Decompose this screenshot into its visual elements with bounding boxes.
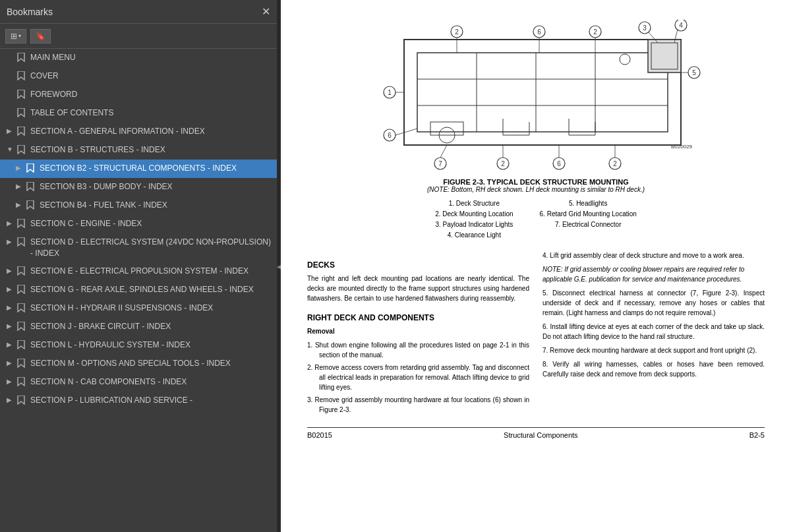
- bookmark-ribbon-icon: [17, 53, 26, 62]
- bookmark-item-section-e[interactable]: ▶ SECTION E - ELECTRICAL PROPULSION SYST…: [0, 262, 277, 281]
- legend-item: 3. Payload Indicator Lights: [435, 220, 513, 230]
- bookmark-text: SECTION B4 - FUEL TANK - INDEX: [40, 200, 272, 211]
- expand-arrow[interactable]: ▶: [7, 284, 16, 294]
- bookmark-text: FOREWORD: [30, 89, 272, 100]
- bookmark-button[interactable]: 🔖: [30, 29, 51, 44]
- bookmark-ribbon-icon: [17, 303, 26, 312]
- expand-arrow[interactable]: ▶: [7, 266, 16, 276]
- figure-caption: FIGURE 2-3. TYPICAL DECK STRUCTURE MOUNT…: [307, 178, 765, 186]
- svg-point-47: [620, 54, 630, 65]
- grid-dropdown-arrow: ▾: [18, 33, 21, 39]
- svg-text:3: 3: [643, 24, 647, 32]
- bookmark-text: SECTION B3 - DUMP BODY - INDEX: [40, 181, 272, 192]
- bookmark-ribbon-icon: [17, 359, 26, 368]
- bookmark-ribbon-icon: [17, 377, 26, 386]
- bookmark-item-section-g[interactable]: ▶ SECTION G - REAR AXLE, SPINDLES AND WH…: [0, 281, 277, 299]
- note-1: NOTE: If grid assembly or cooling blower…: [542, 264, 765, 284]
- right-panel: 2 6 2 3 4 5: [281, 0, 791, 532]
- bookmark-text: TABLE OF CONTENTS: [30, 107, 272, 119]
- expand-arrow[interactable]: ▶: [7, 358, 16, 368]
- bookmark-ribbon-icon: [17, 396, 26, 405]
- bookmark-item-section-p[interactable]: ▶ SECTION P - LUBRICATION AND SERVICE -: [0, 392, 277, 410]
- bookmark-item-section-m[interactable]: ▶ SECTION M - OPTIONS AND SPECIAL TOOLS …: [0, 355, 277, 373]
- bookmark-ribbon-icon: [17, 340, 26, 349]
- svg-text:7: 7: [438, 160, 442, 167]
- svg-text:5: 5: [692, 69, 696, 76]
- legend-col-2: 5. Headlights 6. Retard Grid Mounting Lo…: [540, 198, 637, 241]
- decks-section: DECKS The right and left deck mounting p…: [307, 251, 765, 417]
- bookmark-text: COVER: [30, 71, 272, 82]
- figure-legend: 1. Deck Structure 2. Deck Mounting Locat…: [307, 198, 765, 241]
- bookmark-item-section-n[interactable]: ▶ SECTION N - CAB COMPONENTS - INDEX: [0, 373, 277, 392]
- bookmark-item-section-d[interactable]: ▶ SECTION D - ELECTRICAL SYSTEM (24VDC N…: [0, 233, 277, 262]
- bookmark-ribbon-icon: [26, 200, 36, 210]
- expand-arrow[interactable]: [7, 89, 16, 90]
- bookmark-item-section-h[interactable]: ▶ SECTION H - HYDRAIR II SUSPENSIONS - I…: [0, 299, 277, 318]
- footer-center: Structural Components: [504, 431, 578, 439]
- expand-arrow[interactable]: ▶: [7, 126, 16, 136]
- bookmark-text: SECTION B - STRUCTURES - INDEX: [30, 144, 272, 156]
- grid-button[interactable]: ⊞ ▾: [5, 29, 26, 44]
- document-content: 2 6 2 3 4 5: [281, 0, 791, 452]
- bookmark-ribbon-icon: [17, 322, 26, 331]
- step-7: 7. Remove deck mounting hardware at deck…: [542, 345, 765, 355]
- close-button[interactable]: ✕: [262, 7, 270, 17]
- expand-arrow[interactable]: ▶: [16, 163, 25, 173]
- bookmark-ribbon-icon: [17, 266, 26, 276]
- expand-arrow[interactable]: [7, 107, 16, 108]
- bookmark-item-toc[interactable]: TABLE OF CONTENTS: [0, 104, 277, 123]
- bookmark-ribbon-icon: [17, 90, 26, 99]
- bookmark-item-section-b3[interactable]: ▶ SECTION B3 - DUMP BODY - INDEX: [0, 178, 277, 196]
- expand-arrow[interactable]: ▶: [7, 340, 16, 349]
- bookmark-item-section-b[interactable]: ▼ SECTION B - STRUCTURES - INDEX: [0, 141, 277, 160]
- bookmark-text: SECTION L - HYDRAULIC SYSTEM - INDEX: [30, 340, 272, 351]
- bookmark-item-section-b4[interactable]: ▶ SECTION B4 - FUEL TANK - INDEX: [0, 196, 277, 215]
- step-4: 4. Lift grid assembly clear of deck stru…: [542, 251, 765, 260]
- decks-right-col: 4. Lift grid assembly clear of deck stru…: [542, 251, 765, 417]
- bookmark-item-section-b2[interactable]: ▶ SECTION B2 - STRUCTURAL COMPONENTS - I…: [0, 160, 277, 178]
- decks-left-col: DECKS The right and left deck mounting p…: [307, 251, 529, 417]
- removal-list: 1. Shut down engine following all the pr…: [307, 340, 529, 415]
- expand-arrow[interactable]: [7, 71, 16, 71]
- bookmark-item-section-l[interactable]: ▶ SECTION L - HYDRAULIC SYSTEM - INDEX: [0, 336, 277, 355]
- expand-arrow[interactable]: ▶: [7, 395, 16, 405]
- expand-arrow[interactable]: [7, 52, 16, 53]
- legend-item: 4. Clearance Light: [435, 230, 513, 241]
- bookmark-ribbon-icon: [26, 163, 36, 173]
- expand-arrow[interactable]: ▼: [7, 144, 16, 154]
- bookmark-item-main-menu[interactable]: MAIN MENU: [0, 49, 277, 67]
- bookmark-ribbon-icon: [17, 219, 26, 228]
- expand-arrow[interactable]: ▶: [7, 376, 16, 386]
- bookmark-item-section-c[interactable]: ▶ SECTION C - ENGINE - INDEX: [0, 215, 277, 233]
- bookmark-item-cover[interactable]: COVER: [0, 67, 277, 86]
- bookmark-text: SECTION M - OPTIONS AND SPECIAL TOOLS - …: [30, 358, 272, 369]
- figure-diagram: 2 6 2 3 4 5: [371, 20, 701, 171]
- bookmark-ribbon-icon: [17, 127, 26, 136]
- bookmark-ribbon-icon: [17, 237, 26, 247]
- bookmark-item-section-j[interactable]: ▶ SECTION J - BRAKE CIRCUIT - INDEX: [0, 318, 277, 336]
- footer-right: B2-5: [749, 431, 765, 439]
- svg-rect-7: [648, 40, 681, 73]
- bookmark-text: SECTION B2 - STRUCTURAL COMPONENTS - IND…: [40, 163, 272, 174]
- svg-line-32: [396, 129, 417, 135]
- expand-arrow[interactable]: ▶: [7, 321, 16, 331]
- legend-item: 6. Retard Grid Mounting Location: [540, 209, 637, 220]
- expand-arrow[interactable]: ▶: [7, 218, 16, 228]
- bookmark-ribbon-icon: [17, 71, 26, 80]
- bookmark-text: SECTION H - HYDRAIR II SUSPENSIONS - IND…: [30, 303, 272, 314]
- expand-arrow[interactable]: ▶: [7, 303, 16, 312]
- expand-arrow[interactable]: ▶: [7, 237, 16, 247]
- bookmark-text: SECTION J - BRAKE CIRCUIT - INDEX: [30, 321, 272, 332]
- toolbar: ⊞ ▾ 🔖: [0, 24, 277, 49]
- bookmark-item-section-a[interactable]: ▶ SECTION A - GENERAL INFORMATION - INDE…: [0, 123, 277, 141]
- document-footer: B02015 Structural Components B2-5: [307, 427, 765, 439]
- figure-caption-sub: (NOTE: Bottom, RH deck shown. LH deck mo…: [307, 186, 765, 193]
- decks-intro: The right and left deck mounting pad loc…: [307, 274, 529, 303]
- expand-arrow[interactable]: ▶: [16, 181, 25, 191]
- bookmark-ribbon-icon: [17, 285, 26, 294]
- svg-text:1: 1: [388, 89, 392, 96]
- bookmark-text: SECTION N - CAB COMPONENTS - INDEX: [30, 376, 272, 388]
- bookmark-item-foreword[interactable]: FOREWORD: [0, 86, 277, 104]
- figure-area: 2 6 2 3 4 5: [307, 20, 765, 241]
- expand-arrow[interactable]: ▶: [16, 200, 25, 210]
